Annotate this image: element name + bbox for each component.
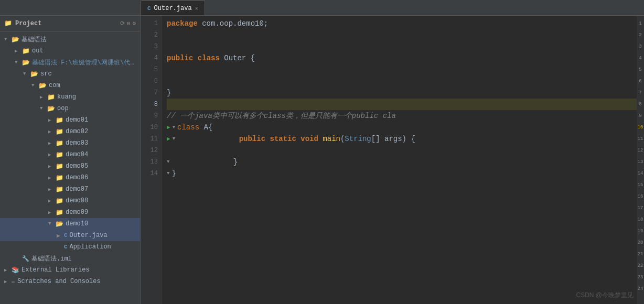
sync-icon[interactable]: ⟳ <box>120 20 125 27</box>
folder-icon-demo04: 📁 <box>56 151 63 159</box>
tree-item-scratches[interactable]: ✏️ Scratches and Consoles <box>0 276 140 287</box>
tree-item-outer-java[interactable]: ▶ C Outer.java <box>0 230 140 241</box>
tree-item-kuang[interactable]: 📁 kuang <box>0 91 140 103</box>
folder-icon-jichuroot: 📂 <box>22 59 30 67</box>
run-icon-10[interactable]: ▶ <box>167 122 170 133</box>
code-line-6 <box>167 75 637 87</box>
ln-12: 12 <box>141 145 158 156</box>
folder-icon-demo03: 📁 <box>56 139 63 147</box>
scratches-icon: ✏️ <box>12 278 15 286</box>
gutter-19: 19 <box>637 225 644 237</box>
kw-public-11: public <box>239 133 265 145</box>
sidebar-toolbar: ⟳ ⊟ ⚙ <box>120 20 136 27</box>
tree-label-demo09: demo09 <box>66 209 140 216</box>
gutter-20: 20 <box>637 237 644 248</box>
collapse-icon[interactable]: ⊟ <box>127 20 131 27</box>
tree-item-src[interactable]: 📂 src <box>0 68 140 80</box>
tree-item-extlibs[interactable]: 📚 External Libraries <box>0 264 140 276</box>
ln-8: 8 <box>141 99 158 110</box>
tree-item-jichuroot[interactable]: 📂 基础语法 F:\班级管理\网课班\代码\Ja <box>0 57 140 68</box>
file-icon-outer: C <box>64 232 68 238</box>
folder-icon-demo02: 📁 <box>56 128 63 136</box>
tree-label-demo03: demo03 <box>66 139 140 147</box>
arrow-demo01 <box>48 117 56 123</box>
file-icon-iml: 🔧 <box>22 255 29 262</box>
gutter-8: 8 <box>637 99 644 110</box>
gutter-16: 16 <box>637 191 644 202</box>
tree-item-out[interactable]: 📁 out <box>0 45 140 57</box>
tree-label-demo08: demo08 <box>66 197 140 204</box>
arrow-oop <box>40 106 47 111</box>
code-line-11: ▶ ▼ public static void main(String[] arg… <box>167 133 637 145</box>
tree-item-demo06[interactable]: 📁demo06 <box>0 172 140 183</box>
gutter-24: 24 <box>637 283 644 295</box>
tree-item-demo01[interactable]: 📁demo01 <box>0 114 140 126</box>
ln-7: 7 <box>141 87 158 99</box>
code-line-1: package com.oop.demo10; <box>167 18 637 29</box>
ln-13: 13 <box>141 156 158 168</box>
code-line-8 <box>167 99 637 110</box>
folder-icon-demo06: 📁 <box>56 174 63 182</box>
sidebar-header: 📁 Project ⟳ ⊟ ⚙ <box>0 16 140 31</box>
tree-label-oop: oop <box>57 105 140 112</box>
gutter-1: 1 <box>637 18 644 29</box>
tree-item-com[interactable]: 📂 com <box>0 80 140 91</box>
arrow-demo02 <box>48 129 56 135</box>
tree-item-demo09[interactable]: 📁demo09 <box>0 207 140 218</box>
tree-label-iml: 基础语法.iml <box>31 254 140 263</box>
tree-item-iml[interactable]: 🔧 基础语法.iml <box>0 253 140 264</box>
arrow-com <box>31 83 39 88</box>
folder-icon-out: 📁 <box>22 47 30 55</box>
tree-item-demo07[interactable]: 📁demo07 <box>0 183 140 195</box>
tree-item-demo05[interactable]: 📁demo05 <box>0 160 140 172</box>
gutter-23: 23 <box>637 272 644 283</box>
brace-close-14: } <box>171 168 176 179</box>
tree-item-demo02[interactable]: 📁demo02 <box>0 126 140 137</box>
folder-icon-src: 📂 <box>30 70 38 78</box>
gutter-13: 13 <box>637 156 644 168</box>
ln-1: 1 <box>141 18 158 29</box>
line-numbers: 1 2 3 4 5 6 7 8 9 10 11 12 13 14 <box>141 16 162 304</box>
arrow-src <box>23 71 30 77</box>
tree-label-root: 基础语法 <box>22 35 140 44</box>
ln-3: 3 <box>141 41 158 52</box>
tab-outer-java[interactable]: C Outer.java ✕ <box>141 1 205 15</box>
tree-label-out: out <box>32 47 140 55</box>
lib-icon-extlibs: 📚 <box>12 266 19 274</box>
tree-item-application[interactable]: C Application <box>0 241 140 253</box>
folder-icon-demo01: 📁 <box>56 116 63 124</box>
arrow-demo07 <box>48 187 56 192</box>
gutter-12: 12 <box>637 145 644 156</box>
expand-outer: ▶ <box>57 232 64 239</box>
ln-2: 2 <box>141 29 158 41</box>
gutter-18: 18 <box>637 214 644 225</box>
tree-label-application: Application <box>70 243 140 251</box>
editor-container: 1 2 3 4 5 6 7 8 9 10 11 12 13 14 package… <box>141 16 644 304</box>
tree-item-demo08[interactable]: 📁demo08 <box>0 195 140 207</box>
settings-icon[interactable]: ⚙ <box>132 20 136 27</box>
ln-10: 10 <box>141 122 158 133</box>
tree-item-root[interactable]: 📂 基础语法 <box>0 34 140 45</box>
kw-void-11: void <box>300 133 318 145</box>
tab-bar: C Outer.java ✕ <box>0 0 644 16</box>
kw-package: package <box>167 18 198 29</box>
arrow-out <box>15 48 22 54</box>
code-line-7: } <box>167 87 637 99</box>
code-area[interactable]: package com.oop.demo10; public class Out… <box>162 16 637 304</box>
tree-item-demo03[interactable]: 📁demo03 <box>0 137 140 149</box>
tree-item-demo10[interactable]: 📂 demo10 ➜ <box>0 218 140 230</box>
project-sidebar: 📁 Project ⟳ ⊟ ⚙ 📂 基础语法 📁 out <box>0 16 141 304</box>
file-icon-application: C <box>64 244 68 250</box>
gutter-7: 7 <box>637 87 644 99</box>
folder-icon-demo08: 📁 <box>56 197 63 205</box>
code-line-2 <box>167 29 637 41</box>
folder-icon-demo10: 📂 <box>56 220 63 228</box>
ln-14: 14 <box>141 168 158 179</box>
tree-item-oop[interactable]: 📂 oop <box>0 103 140 114</box>
fold-icon-13: ▼ <box>167 156 169 168</box>
type-string: String <box>345 133 371 145</box>
tree-item-demo04[interactable]: 📁demo04 <box>0 149 140 160</box>
folder-icon-demo05: 📁 <box>56 162 63 170</box>
run-icon-11[interactable]: ▶ <box>167 133 170 145</box>
tab-close-button[interactable]: ✕ <box>195 5 198 12</box>
